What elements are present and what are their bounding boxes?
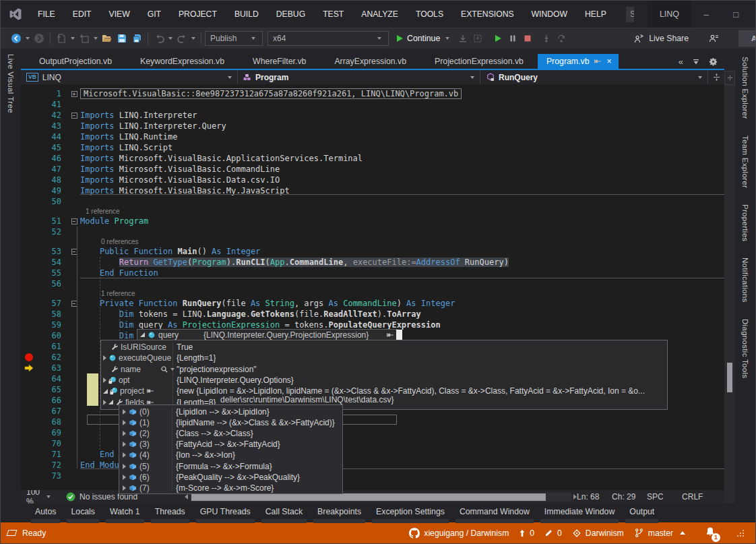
- glyph-margin[interactable]: [21, 460, 38, 471]
- resize-grip-icon[interactable]: [736, 529, 745, 537]
- menu-edit[interactable]: EDIT: [64, 1, 100, 28]
- fold-margin[interactable]: +: [68, 91, 80, 97]
- glyph-margin[interactable]: [21, 216, 38, 226]
- glyph-margin[interactable]: [21, 121, 38, 131]
- glyph-margin[interactable]: [21, 99, 38, 110]
- code-line[interactable]: Imports LINQ.Runtime: [80, 132, 178, 142]
- settings-gear-icon[interactable]: [709, 57, 718, 66]
- glyph-margin[interactable]: [21, 417, 38, 427]
- project-button[interactable]: Darwinism: [572, 528, 624, 538]
- code-line[interactable]: Imports LINQ.Interpreter: [80, 111, 197, 120]
- break-all-button[interactable]: [505, 31, 520, 46]
- code-line[interactable]: Imports LINQ.Interpreter.Query: [80, 121, 226, 131]
- code-line[interactable]: Dim tokens = LINQ.Language.GetTokens(fil…: [80, 309, 421, 319]
- glyph-margin[interactable]: [21, 185, 38, 196]
- expander-icon[interactable]: [123, 442, 126, 447]
- code-line[interactable]: Private Function RunQuery(file As String…: [80, 299, 455, 308]
- tab-outputprojection-vb[interactable]: OutputProjection.vb: [25, 54, 126, 69]
- datatip-row[interactable]: executeQueue{Length=1}: [101, 353, 667, 363]
- expander-icon[interactable]: [123, 485, 126, 491]
- scrollbar-thumb[interactable]: [191, 493, 546, 501]
- glyph-margin[interactable]: [21, 257, 38, 268]
- sidebar-tab-diagnostic-tools[interactable]: Diagnostic Tools: [741, 319, 749, 378]
- sidebar-tab-properties[interactable]: Properties: [741, 204, 749, 241]
- tab-program-vb[interactable]: Program.vb×: [538, 54, 619, 69]
- navigate-backward-button[interactable]: [9, 31, 24, 46]
- fold-margin[interactable]: −: [68, 301, 80, 307]
- glyph-margin[interactable]: [21, 406, 38, 417]
- line-ending-indicator[interactable]: CRLF: [682, 492, 717, 502]
- tab-projectionexpression-vb[interactable]: ProjectionExpression.vb: [420, 54, 538, 69]
- configuration-dropdown[interactable]: Publish: [205, 31, 263, 46]
- admin-button[interactable]: ADMIN: [738, 30, 756, 47]
- expander-icon[interactable]: [123, 420, 126, 425]
- split-editor-button[interactable]: [708, 70, 724, 84]
- datatip-panel[interactable]: IsURISourceTrueexecuteQueue{Length=1}nam…: [100, 340, 668, 410]
- glyph-margin[interactable]: [21, 88, 38, 99]
- glyph-margin[interactable]: [21, 298, 38, 309]
- datatip-header[interactable]: query {LINQ.Interpreter.Query.Projection…: [137, 329, 398, 340]
- glyph-margin[interactable]: [21, 278, 38, 289]
- expander-icon[interactable]: [140, 332, 145, 337]
- panel-tab-gpu-threads[interactable]: GPU Threads: [193, 504, 258, 524]
- glyph-margin[interactable]: [21, 246, 38, 257]
- project-dropdown[interactable]: VB LINQ: [21, 70, 238, 84]
- hot-reload-button[interactable]: [470, 31, 485, 46]
- panel-tab-autos[interactable]: Autos: [28, 504, 63, 524]
- glyph-margin[interactable]: [21, 427, 38, 438]
- collapsed-region-box[interactable]: Microsoft.VisualBasic::8ee987237312a675a…: [80, 88, 462, 99]
- panel-tab-exception-settings[interactable]: Exception Settings: [369, 504, 452, 524]
- menu-test[interactable]: TEST: [314, 1, 352, 28]
- glyph-margin[interactable]: [21, 330, 38, 341]
- panel-tab-call-stack[interactable]: Call Stack: [258, 504, 310, 524]
- glyph-margin[interactable]: [21, 438, 38, 449]
- glyph-margin[interactable]: [21, 309, 38, 320]
- notifications-button[interactable]: 1: [705, 526, 716, 539]
- live-share-button[interactable]: Live Share: [633, 33, 689, 44]
- sidebar-tab-notifications[interactable]: Notifications: [741, 258, 749, 303]
- menu-debug[interactable]: DEBUG: [267, 1, 314, 28]
- code-line[interactable]: Return GetType(Program).RunCLI(App.Comma…: [80, 258, 509, 267]
- pending-changes-button[interactable]: 0: [544, 528, 562, 538]
- open-folder-icon[interactable]: [100, 31, 115, 46]
- array-item-row[interactable]: (0){LipidIon --> &x->LipidIon}: [119, 406, 342, 417]
- glyph-margin[interactable]: [21, 363, 38, 373]
- glyph-margin[interactable]: [21, 110, 38, 121]
- scrollbar-thumb[interactable]: [727, 363, 732, 392]
- member-dropdown[interactable]: RunQuery: [480, 70, 708, 84]
- expander-icon[interactable]: [123, 409, 126, 415]
- glyph-margin[interactable]: [21, 449, 38, 460]
- sidebar-tab-team-explorer[interactable]: Team Explorer: [741, 135, 749, 188]
- array-item-row[interactable]: (5){Formula --> &x->Formula}: [119, 460, 342, 471]
- outgoing-commits-button[interactable]: 0: [519, 528, 534, 538]
- fold-expand-icon[interactable]: +: [71, 91, 77, 97]
- menu-window[interactable]: WINDOW: [523, 1, 576, 28]
- expander-icon[interactable]: [103, 389, 108, 394]
- minimize-button[interactable]: –: [691, 1, 721, 28]
- code-line[interactable]: Imports Microsoft.VisualBasic.Applicatio…: [80, 154, 363, 163]
- save-all-icon[interactable]: [129, 31, 144, 46]
- platform-dropdown[interactable]: x64: [267, 31, 389, 46]
- array-item-row[interactable]: (6){PeakQuality --> &x->PeakQuality}: [119, 472, 342, 483]
- glyph-margin[interactable]: [21, 226, 38, 237]
- array-item-row[interactable]: (2){Class --> &x->Class}: [119, 428, 342, 439]
- code-line[interactable]: Module Program: [80, 216, 148, 226]
- tab-arrayexpression-vb[interactable]: ArrayExpression.vb: [320, 54, 420, 69]
- glyph-margin[interactable]: [21, 142, 38, 153]
- pin-icon[interactable]: [386, 331, 394, 339]
- panel-tab-locals[interactable]: Locals: [63, 504, 102, 524]
- scroll-left-icon[interactable]: [185, 494, 188, 500]
- glyph-margin[interactable]: [21, 131, 38, 142]
- menu-tools[interactable]: TOOLS: [407, 1, 452, 28]
- expander-icon[interactable]: [123, 452, 126, 458]
- background-tasks-icon[interactable]: [7, 530, 18, 536]
- panel-tab-watch-1[interactable]: Watch 1: [102, 504, 148, 524]
- tab-keywordexpression-vb[interactable]: KeywordExpression.vb: [126, 54, 239, 69]
- menu-build[interactable]: BUILD: [226, 1, 267, 28]
- codelens-indicator[interactable]: 1 reference: [101, 290, 135, 297]
- navigate-forward-button[interactable]: [32, 31, 46, 46]
- glyph-margin[interactable]: [21, 268, 38, 278]
- tab-scroll-chevron-icon[interactable]: «: [679, 57, 683, 66]
- sidebar-tab-solution-explorer[interactable]: Solution Explorer: [741, 57, 749, 119]
- code-line[interactable]: Dim query As ProjectionExpression = toke…: [80, 320, 441, 330]
